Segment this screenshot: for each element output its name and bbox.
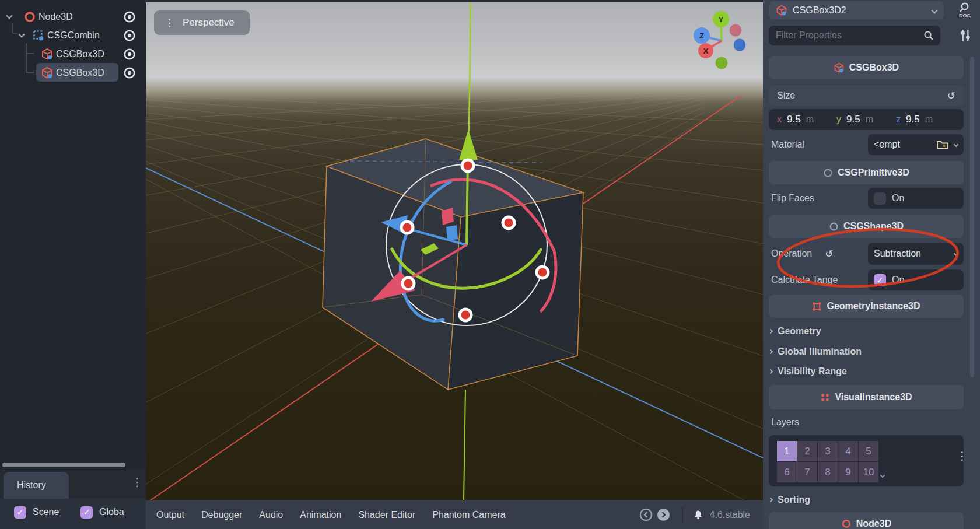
layer-cell-7[interactable]: 7: [797, 462, 817, 482]
plane-handle-blue[interactable]: [446, 225, 458, 241]
layer-cell-6[interactable]: 6: [777, 462, 797, 482]
layers-grid: 1 2 3 4 5 6 7 8 9 10: [777, 441, 878, 482]
panel-menu-icon[interactable]: ⋮: [132, 475, 143, 489]
tree-row-node3d[interactable]: Node3D: [0, 8, 146, 26]
property-tools-icon[interactable]: [958, 28, 973, 43]
perspective-menu-icon: ⋮: [164, 19, 174, 27]
layers-menu-icon[interactable]: ⋮: [957, 449, 968, 463]
layers-expand-icon[interactable]: [880, 473, 885, 478]
csgbox3d-icon: [834, 62, 845, 73]
tab-audio[interactable]: Audio: [259, 510, 283, 520]
layer-cell-10[interactable]: 10: [859, 462, 878, 482]
divider: [682, 507, 683, 523]
section-header-node3d[interactable]: Node3D: [769, 512, 964, 529]
tab-shader-editor[interactable]: Shader Editor: [358, 510, 415, 520]
expand-right-icon[interactable]: [657, 508, 670, 521]
chevron-down-icon[interactable]: [6, 12, 12, 19]
visibility-eye-icon[interactable]: [123, 66, 136, 80]
chevron-right-icon: [768, 369, 773, 374]
visualinstance3d-icon: [820, 393, 830, 402]
group-global-illumination[interactable]: Global Illumination: [769, 343, 964, 360]
revert-icon[interactable]: ↺: [825, 248, 833, 260]
chevron-down-icon[interactable]: [18, 31, 24, 37]
tab-phantom-camera[interactable]: Phantom Camera: [432, 510, 505, 520]
axis-ball-y-neg[interactable]: [716, 57, 728, 69]
global-checkbox[interactable]: ✓: [80, 506, 93, 519]
csgprimitive3d-icon: [823, 168, 833, 178]
tree-row-csgbox3d-selected[interactable]: CSGBox3D: [0, 64, 146, 82]
tab-debugger[interactable]: Debugger: [201, 510, 242, 520]
axis-ball-z-neg[interactable]: [734, 39, 746, 51]
section-title: CSGShape3D: [844, 221, 904, 232]
flip-faces-checkbox[interactable]: [874, 192, 886, 205]
search-icon: [923, 30, 935, 41]
filter-properties-input[interactable]: [775, 30, 923, 41]
material-value-dropdown[interactable]: <empt: [868, 134, 964, 155]
layer-cell-8[interactable]: 8: [818, 462, 838, 482]
csg-cube: [323, 139, 583, 390]
tab-history[interactable]: History: [4, 472, 69, 499]
calculate-tangents-checkbox[interactable]: ✓: [874, 274, 886, 286]
svg-text:DOC: DOC: [959, 13, 971, 19]
chevron-down-icon: [954, 251, 958, 256]
notification-bell-icon[interactable]: [692, 509, 704, 521]
inspector-panel: CSGBox3D2 DOC CSGBox3: [763, 0, 980, 529]
x-value[interactable]: 9.5: [787, 114, 801, 125]
visibility-eye-icon[interactable]: [123, 29, 136, 43]
revert-icon[interactable]: ↺: [947, 90, 956, 102]
section-header-visualinstance3d[interactable]: VisualInstance3D: [769, 385, 964, 409]
material-label: Material: [771, 139, 804, 150]
layer-cell-2[interactable]: 2: [797, 441, 817, 461]
size-vector-row[interactable]: x9.5m y9.5m z9.5m: [769, 109, 964, 130]
material-value: <empt: [874, 139, 936, 150]
visibility-eye-icon[interactable]: [123, 47, 136, 61]
x-unit: m: [806, 114, 814, 125]
group-visibility-range[interactable]: Visibility Range: [769, 363, 964, 380]
horizontal-scrollbar[interactable]: [2, 463, 125, 467]
layer-cell-5[interactable]: 5: [859, 441, 878, 461]
inspector-scrollbar[interactable]: [970, 57, 974, 377]
size-label: Size: [777, 90, 947, 101]
view-axis-gizmo[interactable]: Y Z X: [694, 11, 746, 69]
group-sorting[interactable]: Sorting: [769, 491, 964, 509]
visibility-eye-icon[interactable]: [123, 10, 136, 24]
group-geometry[interactable]: Geometry: [769, 323, 964, 340]
calculate-tangents-label: Calculate Tange: [771, 275, 838, 285]
section-header-csgshape3d[interactable]: CSGShape3D: [769, 215, 964, 238]
tree-row-csgcombiner[interactable]: CSGCombin: [0, 27, 146, 44]
layer-cell-1[interactable]: 1: [777, 441, 797, 461]
quick-load-folder-icon[interactable]: [936, 139, 949, 150]
axis-label-z: Z: [699, 31, 704, 40]
y-arrow-head[interactable]: [459, 129, 478, 160]
chevron-down-icon: [931, 7, 937, 13]
bottom-panel-bar: Output Debugger Audio Animation Shader E…: [146, 500, 763, 529]
open-docs-icon[interactable]: DOC: [956, 2, 974, 19]
chevron-right-icon: [768, 498, 773, 502]
scene-checkbox[interactable]: ✓: [14, 506, 26, 519]
layer-cell-4[interactable]: 4: [838, 441, 858, 461]
expand-left-icon[interactable]: [639, 508, 653, 521]
viewport-3d[interactable]: Y Z X ⋮ Perspective: [146, 0, 763, 500]
tree-row-csgbox3d[interactable]: CSGBox3D: [0, 45, 146, 63]
y-axis-line-top: [469, 2, 471, 132]
section-header-csgprimitive3d[interactable]: CSGPrimitive3D: [769, 161, 964, 184]
y-value[interactable]: 9.5: [846, 114, 860, 125]
perspective-button[interactable]: ⋮ Perspective: [154, 10, 250, 35]
z-value[interactable]: 9.5: [906, 114, 920, 125]
y-axis-label: y: [836, 114, 841, 125]
history-content: ✓ Scene ✓ Globa: [0, 499, 146, 529]
group-label: Visibility Range: [778, 366, 847, 377]
section-header-csgbox3d[interactable]: CSGBox3D: [769, 56, 964, 79]
tree-item-label: Node3D: [38, 8, 73, 26]
operation-dropdown[interactable]: Subtraction: [868, 243, 964, 265]
layer-cell-9[interactable]: 9: [838, 462, 858, 482]
layers-row: Layers: [769, 414, 964, 430]
axis-ball-x-neg[interactable]: [730, 24, 742, 37]
flip-faces-label: Flip Faces: [771, 193, 814, 204]
node-selector-dropdown[interactable]: CSGBox3D2: [769, 1, 944, 19]
tab-animation[interactable]: Animation: [300, 510, 341, 520]
csgbox3d-icon: [41, 48, 54, 61]
section-header-geometryinstance3d[interactable]: GeometryInstance3D: [769, 295, 964, 318]
tab-output[interactable]: Output: [156, 510, 184, 520]
layer-cell-3[interactable]: 3: [818, 441, 838, 461]
